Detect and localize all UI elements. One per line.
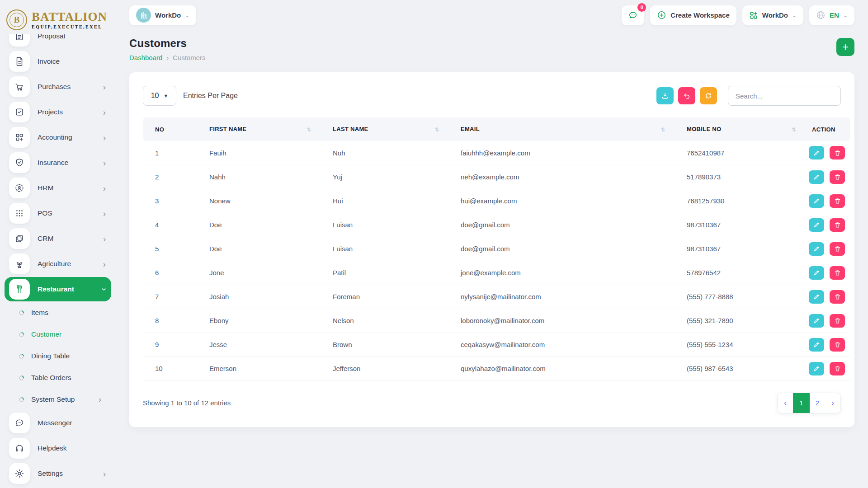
cell-action — [805, 333, 850, 357]
chevron-right-icon: › — [103, 108, 106, 117]
sidebar-item-insurance[interactable]: Insurance › — [5, 150, 111, 175]
sidebar-item-restaurant[interactable]: Restaurant › — [5, 277, 111, 301]
delete-button[interactable] — [830, 242, 845, 256]
cell-first-name: Josiah — [197, 285, 321, 309]
sidebar-item-hrm[interactable]: HRM › — [5, 175, 111, 201]
edit-button[interactable] — [809, 266, 824, 280]
delete-button[interactable] — [830, 170, 845, 184]
workdo-menu-button[interactable]: WorkDo ⌄ — [742, 5, 803, 25]
refresh-button[interactable] — [700, 87, 717, 104]
chevron-down-icon: › — [100, 288, 108, 291]
topbar: WorkDo ⌄ 0 Create Workspace WorkDo — [129, 0, 854, 26]
pagination: ‹ 1 2 › — [777, 393, 841, 413]
edit-button[interactable] — [809, 290, 824, 304]
sidebar-item-projects[interactable]: Projects › — [5, 99, 111, 125]
sidebar-item-crm[interactable]: CRM › — [5, 226, 111, 251]
delete-button[interactable] — [830, 266, 845, 280]
workspace-switcher[interactable]: WorkDo ⌄ — [129, 5, 196, 25]
add-customer-button[interactable]: + — [836, 38, 854, 56]
sidebar-item-settings[interactable]: Settings › — [5, 461, 111, 486]
cell-action — [805, 165, 850, 189]
table-row: 10 Emerson Jefferson quxylahazo@mailinat… — [143, 357, 850, 380]
previous-page-button[interactable]: ‹ — [778, 393, 793, 413]
sidebar-subitem-table-orders[interactable]: Table Orders — [5, 367, 111, 389]
sort-icon[interactable]: ⇅ — [661, 127, 665, 133]
export-button[interactable] — [656, 87, 674, 104]
delete-button[interactable] — [830, 218, 845, 232]
edit-button[interactable] — [809, 170, 824, 184]
entries-per-page-select[interactable]: 10 ▼ — [143, 86, 176, 106]
delete-button[interactable] — [830, 194, 845, 208]
cell-email: nylysanije@mailinator.com — [448, 285, 675, 309]
sort-icon[interactable]: ⇅ — [792, 127, 796, 133]
sidebar-subitem-items[interactable]: Items — [5, 302, 111, 324]
delete-button[interactable] — [830, 314, 845, 328]
sidebar-item-label: Accounting — [38, 133, 72, 141]
edit-button[interactable] — [809, 194, 824, 208]
create-workspace-button[interactable]: Create Workspace — [650, 5, 736, 25]
edit-button[interactable] — [809, 338, 824, 352]
sort-icon[interactable]: ⇅ — [435, 127, 439, 133]
messages-button[interactable]: 0 — [622, 5, 644, 25]
header-last-name[interactable]: LAST NAME⇅ — [321, 117, 448, 141]
chevron-right-icon: › — [103, 184, 106, 192]
sidebar-item-invoice[interactable]: Invoice — [5, 49, 111, 74]
circle-plus-icon — [657, 10, 666, 20]
sprout-icon — [9, 253, 30, 274]
edit-button[interactable] — [809, 218, 824, 232]
header-email[interactable]: EMAIL⇅ — [448, 117, 675, 141]
cell-mobile-no: 578976542 — [675, 261, 805, 285]
cell-email: loboronoky@mailinator.com — [448, 309, 675, 333]
sidebar-subitem-system-setup[interactable]: System Setup › — [5, 389, 111, 410]
main-content: WorkDo ⌄ 0 Create Workspace WorkDo — [116, 0, 868, 427]
sidebar-item-helpdesk[interactable]: Helpdesk — [5, 436, 111, 461]
trash-icon — [834, 150, 841, 156]
breadcrumb-dashboard-link[interactable]: Dashboard — [129, 54, 162, 61]
sidebar-subitem-dining-table[interactable]: Dining Table — [5, 345, 111, 367]
sidebar-item-pos[interactable]: POS › — [5, 201, 111, 226]
cell-first-name: Ebony — [197, 309, 321, 333]
edit-button[interactable] — [809, 242, 824, 256]
sidebar-item-messenger[interactable]: Messenger — [5, 410, 111, 436]
delete-button[interactable] — [830, 338, 845, 352]
cell-email: jone@example.com — [448, 261, 675, 285]
header-first-name[interactable]: FIRST NAME⇅ — [197, 117, 321, 141]
restaurant-icon — [9, 279, 30, 300]
table-row: 2 Nahh Yuj neh@example.com 517890373 — [143, 165, 850, 189]
delete-button[interactable] — [830, 290, 845, 304]
cell-email: hui@example.com — [448, 189, 675, 213]
reset-button[interactable] — [678, 87, 695, 104]
sidebar-item-purchases[interactable]: Purchases › — [5, 74, 111, 99]
sidebar-item-accounting[interactable]: Accounting › — [5, 125, 111, 150]
trash-icon — [834, 245, 841, 252]
workspace-avatar — [136, 8, 151, 23]
header-mobile-no[interactable]: MOBILE NO⇅ — [675, 117, 805, 141]
brand-tagline: EQUIP,EXECUTE,EXEL — [32, 24, 107, 29]
table-row: 5 Doe Luisan doe@gmail.com 987310367 — [143, 237, 850, 261]
next-page-button[interactable]: › — [825, 393, 840, 413]
page-button-1[interactable]: 1 — [793, 393, 810, 413]
cell-email: ceqakasyw@mailinator.com — [448, 333, 675, 357]
chevron-right-icon: › — [103, 83, 106, 91]
layers-icon — [9, 228, 30, 249]
table-row: 1 Fauih Nuh faiuhhh@example.com 76524109… — [143, 141, 850, 165]
brand-logo[interactable]: B BATTALION EQUIP,EXECUTE,EXEL — [0, 0, 116, 34]
language-selector[interactable]: EN ⌄ — [809, 5, 854, 25]
person-dashed-icon — [9, 178, 30, 198]
cell-first-name: Doe — [197, 213, 321, 237]
edit-button[interactable] — [809, 146, 824, 160]
delete-button[interactable] — [830, 362, 845, 375]
table-toolbar: 10 ▼ Entries Per Page — [143, 86, 841, 106]
customers-table-body: 1 Fauih Nuh faiuhhh@example.com 76524109… — [143, 141, 850, 380]
sort-icon[interactable]: ⇅ — [307, 127, 311, 133]
search-input[interactable] — [728, 86, 841, 106]
edit-button[interactable] — [809, 362, 824, 375]
cell-action — [805, 285, 850, 309]
delete-button[interactable] — [830, 146, 845, 160]
page-button-2[interactable]: 2 — [810, 393, 825, 413]
edit-button[interactable] — [809, 314, 824, 328]
sidebar-subitem-customer[interactable]: Customer — [5, 324, 111, 345]
trash-icon — [834, 221, 841, 228]
sidebar-item-agriculture[interactable]: Agriculture › — [5, 251, 111, 277]
messages-count-badge: 0 — [637, 3, 646, 12]
